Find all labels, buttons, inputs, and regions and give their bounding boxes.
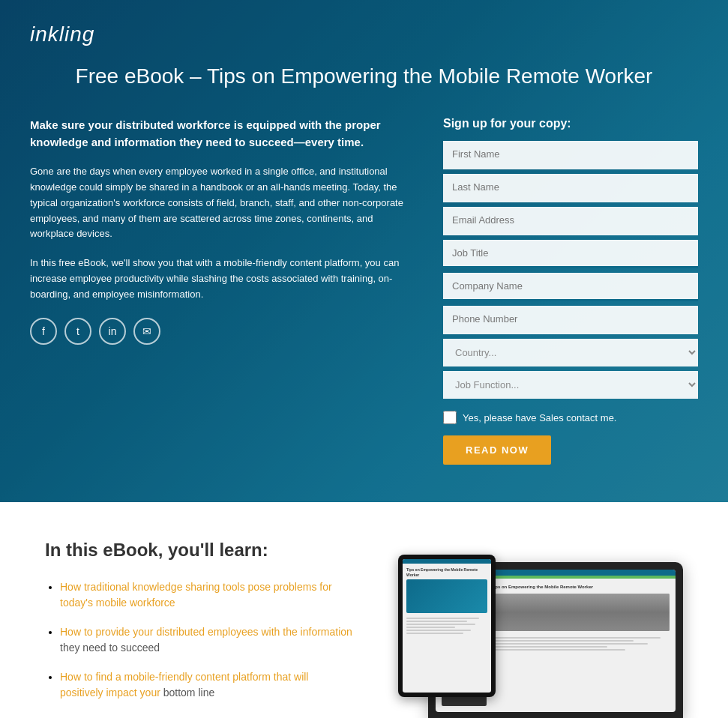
hero-section: inkling Free eBook – Tips on Empowering … [0, 0, 728, 502]
learn-title: In this eBook, you'll learn: [45, 540, 353, 561]
logo: inkling [30, 22, 698, 46]
facebook-icon[interactable]: f [30, 318, 57, 345]
linkedin-icon[interactable]: in [99, 318, 126, 345]
hero-title: Free eBook – Tips on Empowering the Mobi… [30, 61, 698, 91]
learn-list: How traditional knowledge sharing tools … [45, 579, 353, 701]
list-item-link-2[interactable]: How to provide your distributed employee… [60, 626, 352, 638]
signup-form-container: Sign up for your copy: Country... United… [443, 117, 698, 465]
last-name-input[interactable] [443, 174, 698, 202]
email-input[interactable] [443, 207, 698, 235]
tablet-ebook-title: Tips on Empowering the Mobile Remote Wor… [406, 567, 487, 577]
email-icon[interactable]: ✉ [133, 318, 160, 345]
form-title: Sign up for your copy: [443, 117, 698, 130]
list-item: How to provide your distributed employee… [60, 624, 353, 656]
hero-left-column: Make sure your distributed workforce is … [30, 117, 413, 344]
lower-section: In this eBook, you'll learn: How traditi… [0, 502, 728, 718]
job-title-input[interactable] [443, 240, 698, 268]
para1-text: Gone are the days when every employee wo… [30, 164, 413, 242]
list-item-link-1[interactable]: How traditional knowledge sharing tools … [60, 581, 332, 609]
hero-content: Make sure your distributed workforce is … [30, 117, 698, 465]
ebook-mockup: Tips on Empowering the Mobile Remote Wor… [398, 540, 683, 718]
phone-input[interactable] [443, 306, 698, 334]
list-item-text-2: they need to succeed [60, 642, 160, 654]
first-name-input[interactable] [443, 141, 698, 169]
job-function-dropdown[interactable]: Job Function... Engineering Marketing Sa… [443, 371, 698, 399]
social-icons-row: f t in ✉ [30, 318, 413, 345]
company-name-input[interactable] [443, 273, 698, 301]
read-now-button[interactable]: READ NOW [443, 435, 551, 465]
learn-section: In this eBook, you'll learn: How traditi… [45, 540, 353, 714]
sales-contact-label: Yes, please have Sales contact me. [463, 412, 616, 423]
tablet-mockup: Tips on Empowering the Mobile Remote Wor… [398, 555, 496, 697]
twitter-icon[interactable]: t [64, 318, 91, 345]
list-item-text-3: bottom line [163, 687, 214, 699]
list-item: How to find a mobile-friendly content pl… [60, 669, 353, 701]
sales-contact-checkbox[interactable] [443, 411, 457, 424]
para2-text: In this free eBook, we'll show you that … [30, 256, 413, 302]
laptop-ebook-title: Tips on Empowering the Mobile Remote Wor… [491, 585, 670, 591]
intro-bold-text: Make sure your distributed workforce is … [30, 117, 413, 151]
ebook-mockup-container: Tips on Empowering the Mobile Remote Wor… [398, 540, 683, 718]
country-dropdown[interactable]: Country... United States United Kingdom … [443, 339, 698, 366]
sales-contact-row: Yes, please have Sales contact me. [443, 411, 698, 424]
list-item: How traditional knowledge sharing tools … [60, 579, 353, 611]
